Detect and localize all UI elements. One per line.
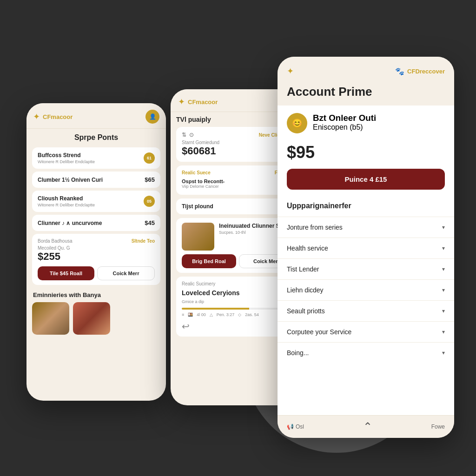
account-user-name: Bzt Onleer Outi (313, 113, 376, 123)
featured-label: Borda Badhousa (38, 238, 73, 244)
accordion-label-1: Health service (287, 245, 328, 252)
menu-item-1[interactable]: Buffcoss Strend Witonere R Delilber Endc… (32, 147, 160, 169)
nav-left-label: Osl (296, 423, 304, 430)
right-logo-main: 🐾 CFDreccover (395, 67, 445, 76)
nav-chevron-up[interactable]: ⌃ (363, 420, 372, 433)
menu-item-3[interactable]: Clioush Reanked Witonere R Delilber Endc… (32, 191, 160, 212)
menu-item-1-name: Buffcoss Strend (38, 152, 95, 159)
order-2-subdesc: Viip Delome Cancer (182, 184, 225, 189)
accordion-chevron-5: ▾ (442, 329, 445, 335)
account-price: $95 (278, 141, 454, 169)
accordion-label-4: Seault priotts (287, 307, 325, 315)
accordion-item-1[interactable]: Health service ▾ (278, 238, 454, 258)
camera-icon: ⊙ (189, 132, 194, 138)
menu-item-1-badge: 61 (144, 152, 155, 164)
menu-item-4-name: Cliunner ♪ ∧ uncurvome (38, 220, 102, 226)
nav-item-left[interactable]: 📢 Osl (287, 423, 304, 430)
food-icon: 🍱 (188, 312, 193, 317)
menu-item-3-desc: Witonere R Delilber Endclaptte (38, 203, 95, 207)
featured-btn-primary[interactable]: Tile $45 Roall (38, 266, 94, 280)
nav-item-right[interactable]: Fowe (431, 423, 445, 430)
nutrition-val-3: 2as. 54 (245, 312, 259, 317)
right-logo-text: CFDreccover (407, 68, 445, 75)
order-2-desc: Ospst to Recontt- (182, 178, 225, 184)
order-1-subdesc: Starnt Gomiedund (182, 140, 219, 145)
accordion-item-0[interactable]: Jonture from series ▾ (278, 217, 454, 238)
accordion-chevron-2: ▾ (442, 266, 445, 272)
menu-item-4-price: $45 (145, 219, 155, 226)
accordion-item-3[interactable]: Liehn dicdey ▾ (278, 279, 454, 300)
accordion-chevron-0: ▾ (442, 224, 445, 231)
featured-buttons: Tile $45 Roall Coick Merr (38, 266, 155, 280)
accordion-item-6[interactable]: Boing... ▾ (278, 342, 454, 363)
accordion-item-4[interactable]: Seault priotts ▾ (278, 300, 454, 321)
account-avatar: 😊 (287, 113, 307, 133)
left-logo: ✦ CFmacoor (33, 112, 73, 122)
menu-item-3-badge: 05 (144, 196, 155, 207)
menu-item-4-info: Cliunner ♪ ∧ uncurvome (38, 220, 102, 226)
list-icon: ≡ (182, 312, 184, 317)
nutrition-val-1: 4l 00 (197, 312, 206, 317)
logo-star-icon: ✦ (33, 112, 40, 122)
food-image-1 (32, 302, 69, 335)
right-cat-icon: 🐾 (395, 67, 404, 76)
featured-btn-secondary[interactable]: Coick Merr (97, 266, 155, 280)
accordion-chevron-3: ▾ (442, 287, 445, 293)
accordion-chevron-4: ▾ (442, 308, 445, 314)
order-icons: ⇅ ⊙ (182, 132, 194, 138)
account-user-section: 😊 Bzt Onleer Outi Eniscopen (b5) (278, 106, 454, 141)
chevron-up-icon: ⌃ (363, 420, 372, 433)
menu-item-2-price: $65 (145, 176, 155, 183)
food-item-btn-primary[interactable]: Brig Bed Roal (182, 254, 236, 268)
nutrition-val-2: Pen. 3:27 (217, 312, 235, 317)
menu-item-4[interactable]: Cliunner ♪ ∧ uncurvome $45 (32, 215, 160, 231)
menu-item-2-info: Clumber 1½ Oniven Curi (38, 177, 103, 183)
featured-subdesc: Mecoiled Qu. G (38, 245, 155, 251)
accordion-item-2[interactable]: Tist Lender ▾ (278, 258, 454, 279)
accordion-label-6: Boing... (287, 349, 309, 357)
middle-logo: ✦ CFmacoor (178, 97, 218, 107)
middle-logo-star-icon: ✦ (178, 97, 185, 107)
food-image-2 (73, 302, 110, 335)
triangle-icon: △ (210, 312, 213, 317)
food-thumbnail (182, 223, 214, 251)
accordion-chevron-6: ▾ (442, 350, 445, 356)
accordion-label-0: Jonture from series (287, 224, 343, 231)
back-arrow-icon[interactable]: ↩ (182, 321, 190, 332)
order-2-label: Realic Suece (182, 170, 211, 175)
left-phone-header: ✦ CFmacoor 👤 (26, 103, 166, 129)
food-section-title: Eminnieries with Banya (26, 288, 166, 300)
accordion-label-2: Tist Lender (287, 265, 319, 273)
featured-price: $255 (38, 251, 155, 263)
menu-item-2[interactable]: Clumber 1½ Oniven Curi $65 (32, 172, 160, 188)
featured-badge: Sltnde Teo (132, 238, 155, 244)
right-phone-header: ✦ 🐾 CFDreccover (278, 57, 454, 83)
left-logo-text: CFmacoor (43, 113, 73, 120)
menu-item-2-name: Clumber 1½ Oniven Curi (38, 177, 103, 183)
right-bottom-nav: 📢 Osl ⌃ Fowe (278, 415, 454, 438)
left-page-title: Sprpe Ponts (26, 129, 166, 145)
right-page-title: Account Prime (278, 83, 454, 106)
food-images (26, 300, 166, 337)
nav-left-icon: 📢 (287, 423, 294, 430)
featured-item: Borda Badhousa Sltnde Teo Mecoiled Qu. G… (32, 234, 160, 285)
accordion-item-5[interactable]: Corputee your Service ▾ (278, 321, 454, 342)
left-avatar[interactable]: 👤 (145, 110, 159, 124)
accordion-chevron-1: ▾ (442, 245, 445, 251)
drop-icon: ◇ (238, 312, 241, 317)
nutrition-fill (182, 308, 249, 310)
nav-right-label: Fowe (431, 423, 445, 430)
menu-item-3-info: Clioush Reanked Witonere R Delilber Endc… (38, 195, 95, 207)
phones-container: ✦ CFmacoor 👤 Sprpe Ponts Buffcoss Strend… (17, 29, 459, 447)
phone-left: ✦ CFmacoor 👤 Sprpe Ponts Buffcoss Strend… (26, 103, 166, 401)
dropdown-title: Tijst plound (182, 203, 213, 210)
right-content: 😊 Bzt Onleer Outi Eniscopen (b5) $95 Pui… (278, 106, 454, 415)
right-logo: ✦ (287, 66, 294, 76)
accordion-label-3: Liehn dicdey (287, 286, 324, 294)
middle-logo-text: CFmacoor (188, 99, 218, 106)
menu-item-1-desc: Witonere R Delilber Endclaptte (38, 159, 95, 164)
account-user-info: Bzt Onleer Outi Eniscopen (b5) (313, 113, 376, 132)
purchase-button[interactable]: Puince 4 £15 (287, 169, 445, 190)
account-user-subtitle: Eniscopen (b5) (313, 123, 376, 132)
featured-item-top: Borda Badhousa Sltnde Teo (38, 238, 155, 244)
